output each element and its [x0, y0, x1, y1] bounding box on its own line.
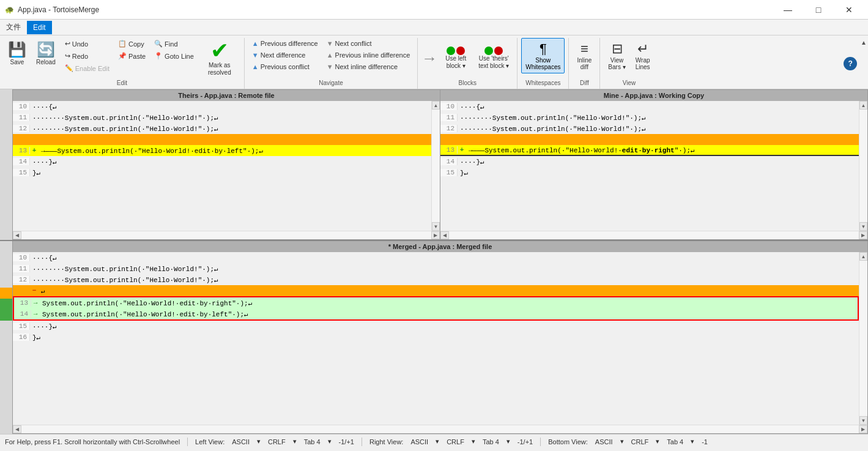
- right-tab-dropdown[interactable]: ▾: [506, 438, 510, 445]
- bottom-pane: * Merged - App.java : Merged file 10 ···…: [12, 241, 868, 434]
- bottom-pane-scrollbar-h[interactable]: ◀ ▶: [13, 425, 867, 433]
- scroll-down-btn[interactable]: ▼: [859, 416, 867, 425]
- right-pane-scrollbar-v[interactable]: ▲ ▼: [859, 101, 867, 231]
- scroll-right-btn[interactable]: ▶: [431, 231, 440, 239]
- bottom-pane-scrollbar-v[interactable]: ▲ ▼: [859, 252, 867, 425]
- bottom-line-10: 10 ····{↵: [13, 252, 859, 263]
- ribbon-group-whitespaces: ¶ ShowWhitespaces Whitespaces: [517, 38, 569, 89]
- menu-edit[interactable]: Edit: [27, 21, 52, 34]
- bottom-eol: CRLF: [631, 438, 649, 445]
- right-eol-dropdown[interactable]: ▾: [436, 438, 439, 445]
- prev-conflict-button[interactable]: ▲ Previous conflict: [248, 61, 322, 72]
- left-pane-scrollbar-h[interactable]: ◀ ▶: [13, 231, 440, 239]
- scroll-right-btn[interactable]: ▶: [859, 231, 867, 239]
- left-pane-header: Theirs - App.java : Remote file: [13, 90, 440, 101]
- scroll-left-btn[interactable]: ◀: [13, 231, 21, 239]
- right-code-area[interactable]: 10 ····{↵ 11 ········System.out.println(…: [440, 101, 859, 231]
- left-pane-scrollbar-v[interactable]: ▲ ▼: [431, 101, 440, 231]
- prev-conflict-icon: ▲: [252, 63, 259, 70]
- paste-button[interactable]: 📌 Paste: [114, 50, 149, 62]
- scroll-up-btn[interactable]: ▲: [859, 252, 867, 261]
- use-theirs-button[interactable]: Use 'theirs'text block ▾: [474, 43, 513, 73]
- use-theirs-label: Use 'theirs'text block ▾: [478, 55, 509, 70]
- right-pane-scrollbar-h[interactable]: ◀ ▶: [440, 231, 867, 239]
- circles-icon2: [484, 47, 503, 55]
- view-bars-button[interactable]: ⊟ ViewBars ▾: [604, 38, 629, 73]
- inline-diff-label: Inlinediff: [577, 57, 592, 70]
- status-divider-2: [362, 438, 362, 446]
- bottom-view-label: Bottom View:: [548, 438, 588, 445]
- undo-icon: ↩: [65, 40, 70, 48]
- left-eol-dropdown[interactable]: ▾: [257, 438, 261, 445]
- left-code-area[interactable]: 10 ····{↵ 11 ········System.out.println(…: [13, 101, 431, 231]
- prev-diff-button[interactable]: ▲ Previous difference: [248, 38, 322, 49]
- prev-inline-button[interactable]: ▲ Previous inline difference: [323, 50, 414, 61]
- bottom-eol-dropdown2[interactable]: ▾: [656, 438, 659, 445]
- find-icon: 🔍: [154, 40, 163, 48]
- ribbon-expand-button[interactable]: ▲: [859, 39, 868, 46]
- right-line-14: 14 ····}↵: [440, 156, 859, 167]
- bottom-conflict-block: 13 → System.out.println(·"Hello·World!·e…: [13, 296, 859, 321]
- wrap-lines-button[interactable]: ↵ WrapLines: [631, 38, 655, 73]
- circle-green2: [484, 47, 493, 55]
- ribbon-group-edit: 💾 Save 🔄 Reload ↩ Undo ↪ Redo: [0, 38, 245, 89]
- enable-edit-button[interactable]: ✏️ Enable Edit: [61, 62, 113, 74]
- copy-button[interactable]: 📋 Copy: [114, 38, 149, 50]
- right-pane: Mine - App.java : Working Copy 10 ····{↵…: [440, 89, 868, 240]
- menu-file[interactable]: 文件: [0, 20, 27, 35]
- scroll-up-btn[interactable]: ▲: [432, 101, 440, 110]
- left-pane: Theirs - App.java : Remote file 10 ····{…: [12, 89, 440, 240]
- bottom-tab: Tab 4: [667, 438, 683, 445]
- mark-resolved-button[interactable]: ✔ Mark asresolved: [201, 38, 238, 78]
- bottom-code-area[interactable]: 10 ····{↵ 11 ········System.out.println(…: [13, 252, 859, 425]
- wrap-lines-label: WrapLines: [636, 57, 650, 70]
- ribbon-group-diff: ≡ Inlinediff Diff: [569, 38, 600, 89]
- left-tab-dropdown[interactable]: ▾: [328, 438, 332, 445]
- show-whitespaces-button[interactable]: ¶ ShowWhitespaces: [521, 38, 565, 73]
- reload-button[interactable]: 🔄 Reload: [32, 38, 60, 69]
- right-view-label: Right View:: [369, 438, 403, 445]
- bottom-eol-dropdown[interactable]: ▾: [620, 438, 624, 445]
- title-bar: 🐢 App.java - TortoiseMerge — □ ✕: [0, 0, 868, 20]
- close-button[interactable]: ✕: [835, 0, 863, 20]
- bottom-tab-dropdown[interactable]: ▾: [691, 438, 694, 445]
- maximize-button[interactable]: □: [804, 0, 833, 20]
- prev-inline-icon: ▲: [327, 51, 333, 59]
- diff-group-buttons: ≡ Inlinediff: [573, 38, 596, 78]
- scroll-left-btn[interactable]: ◀: [440, 231, 449, 239]
- goto-icon: 📍: [154, 52, 163, 60]
- left-line-10: 10 ····{↵: [13, 101, 431, 112]
- bottom-encoding: ASCII: [595, 438, 613, 445]
- goto-button[interactable]: 📍 Goto Line: [150, 50, 198, 62]
- scroll-left-btn[interactable]: ◀: [13, 425, 21, 433]
- scroll-right-btn[interactable]: ▶: [859, 425, 867, 433]
- app-icon: 🐢: [5, 6, 14, 14]
- nav-col-right: ▼ Next conflict ▲ Previous inline differ…: [323, 38, 414, 72]
- scroll-up-btn[interactable]: ▲: [859, 101, 867, 110]
- inline-diff-button[interactable]: ≡ Inlinediff: [573, 38, 596, 73]
- scroll-down-btn[interactable]: ▼: [859, 222, 867, 231]
- next-conflict-icon: ▼: [327, 40, 333, 47]
- title-bar-controls: — □ ✕: [774, 0, 863, 20]
- left-pos: -1/+1: [339, 438, 354, 445]
- minimize-button[interactable]: —: [774, 0, 802, 20]
- left-line-12: 12 ········System.out.println(·"Hello·Wo…: [13, 123, 431, 134]
- next-conflict-button[interactable]: ▼ Next conflict: [323, 38, 414, 49]
- right-line-11: 11 ········System.out.println(·"Hello·Wo…: [440, 112, 859, 123]
- right-eol-dropdown2[interactable]: ▾: [472, 438, 475, 445]
- scroll-down-btn[interactable]: ▼: [432, 222, 440, 231]
- left-view-label: Left View:: [195, 438, 224, 445]
- find-button[interactable]: 🔍 Find: [150, 38, 198, 50]
- ws-icon: ¶: [540, 41, 547, 57]
- left-eol-dropdown2[interactable]: ▾: [293, 438, 297, 445]
- left-tab: Tab 4: [304, 438, 321, 445]
- next-diff-button[interactable]: ▼ Next difference: [248, 50, 322, 61]
- view-group-label: View: [604, 78, 654, 89]
- undo-button[interactable]: ↩ Undo: [61, 38, 113, 50]
- next-inline-button[interactable]: ▼ Next inline difference: [323, 61, 414, 72]
- save-button[interactable]: 💾 Save: [4, 38, 31, 69]
- diff-group-label: Diff: [573, 78, 596, 89]
- redo-button[interactable]: ↪ Redo: [61, 50, 113, 62]
- use-left-block-button[interactable]: Use leftblock ▾: [441, 43, 470, 73]
- help-button[interactable]: ?: [844, 57, 857, 70]
